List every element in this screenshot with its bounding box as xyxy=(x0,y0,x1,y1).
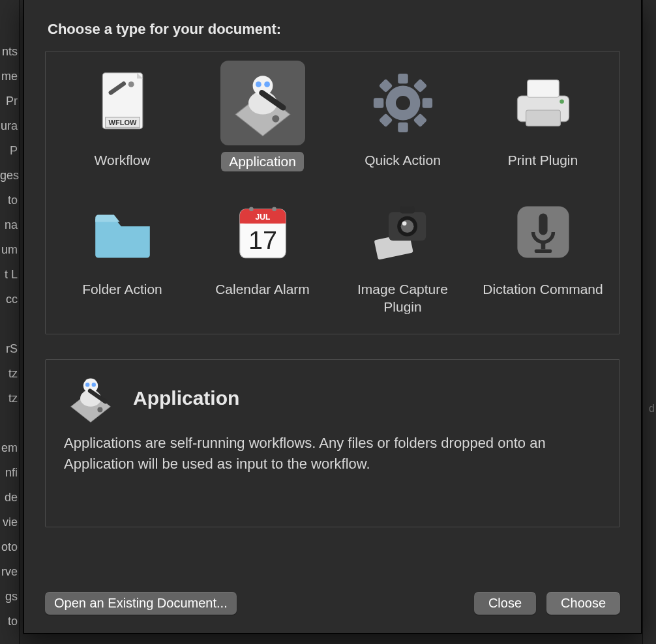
svg-point-39 xyxy=(402,222,406,226)
svg-point-50 xyxy=(97,407,102,412)
svg-rect-20 xyxy=(398,74,408,83)
document-types-grid: WFLOW Workflow Application Quick Action … xyxy=(45,51,620,334)
automator-icon xyxy=(220,61,305,145)
calendar-icon: JUL 17 xyxy=(220,190,305,274)
svg-text:JUL: JUL xyxy=(255,213,270,222)
svg-rect-18 xyxy=(373,98,383,108)
svg-point-22 xyxy=(396,96,410,110)
svg-rect-17 xyxy=(378,113,393,128)
svg-rect-14 xyxy=(422,98,432,108)
choose-button[interactable]: Choose xyxy=(546,592,620,615)
document-type-label: Application xyxy=(221,152,304,171)
background-right-fragment: d xyxy=(642,0,656,644)
svg-rect-42 xyxy=(541,241,545,249)
svg-point-38 xyxy=(400,220,413,233)
svg-point-10 xyxy=(264,81,270,87)
svg-text:17: 17 xyxy=(248,226,276,255)
background-sidebar-text: to xyxy=(0,609,19,634)
background-sidebar-text: rve xyxy=(0,559,19,584)
svg-rect-19 xyxy=(378,79,393,93)
background-sidebar-text: P xyxy=(0,138,19,163)
document-type-label: Workflow xyxy=(95,152,151,169)
background-sidebar-text: me xyxy=(0,64,19,89)
document-type-label: Calendar Alarm xyxy=(215,281,310,298)
new-document-dialog: Choose a type for your document: WFLOW W… xyxy=(23,0,642,634)
background-sidebar-text: vie xyxy=(0,510,19,534)
svg-point-9 xyxy=(256,81,261,87)
dialog-prompt: Choose a type for your document: xyxy=(48,21,620,38)
selected-type-description-box: Application Applications are self-runnin… xyxy=(45,359,620,527)
background-sidebar-text: to xyxy=(0,188,19,212)
selected-type-title: Application xyxy=(133,387,239,409)
background-sidebar-text: de xyxy=(0,485,19,510)
background-sidebar-fragment: ntsmePruraPgestonaumt LccrStztzemnfidevi… xyxy=(0,0,20,644)
document-type-label: Image Capture Plugin xyxy=(338,281,468,315)
background-sidebar-text: t L xyxy=(0,262,19,287)
svg-rect-36 xyxy=(400,207,414,214)
svg-rect-25 xyxy=(526,110,560,126)
background-sidebar-text: ges xyxy=(0,163,19,188)
document-type-workflow[interactable]: WFLOW Workflow xyxy=(52,61,192,171)
close-button[interactable]: Close xyxy=(474,592,536,615)
document-type-label: Quick Action xyxy=(365,152,441,169)
background-sidebar-text: tz xyxy=(0,361,19,386)
document-type-application[interactable]: Application xyxy=(192,61,333,171)
background-sidebar-text xyxy=(0,312,19,336)
svg-point-12 xyxy=(272,115,279,123)
background-sidebar-text: nfi xyxy=(0,460,19,485)
selected-type-icon xyxy=(61,375,120,421)
background-sidebar-text: cc xyxy=(0,287,19,312)
svg-rect-43 xyxy=(534,250,551,254)
document-type-image-capture[interactable]: Image Capture Plugin xyxy=(333,190,473,315)
svg-point-33 xyxy=(272,207,276,212)
background-sidebar-text: na xyxy=(0,212,19,237)
document-type-folder-action[interactable]: Folder Action xyxy=(52,190,192,315)
background-sidebar-text: rS xyxy=(0,336,19,361)
background-right-text: d xyxy=(649,403,655,415)
background-sidebar-text: ura xyxy=(0,113,19,138)
svg-point-32 xyxy=(249,207,254,212)
document-type-label: Dictation Command xyxy=(483,281,603,298)
document-type-label: Folder Action xyxy=(82,281,162,298)
dialog-button-row: Open an Existing Document... Close Choos… xyxy=(45,592,620,615)
gear-icon xyxy=(361,61,445,145)
svg-text:WFLOW: WFLOW xyxy=(108,119,136,126)
svg-rect-24 xyxy=(527,80,558,97)
printer-icon xyxy=(501,61,586,145)
document-type-dictation[interactable]: Dictation Command xyxy=(473,190,613,315)
svg-rect-21 xyxy=(413,79,427,93)
svg-rect-16 xyxy=(398,123,408,132)
document-type-quick-action[interactable]: Quick Action xyxy=(333,61,473,171)
background-sidebar-text: nts xyxy=(0,39,19,64)
microphone-icon xyxy=(501,190,586,274)
svg-point-48 xyxy=(92,383,96,387)
selected-type-description: Applications are self-running workflows.… xyxy=(64,433,601,475)
background-sidebar-text: um xyxy=(0,237,19,262)
background-sidebar-text: oto xyxy=(0,534,19,559)
folder-icon xyxy=(80,190,165,274)
background-sidebar-text: gs xyxy=(0,584,19,609)
open-existing-document-button[interactable]: Open an Existing Document... xyxy=(45,592,237,615)
svg-point-47 xyxy=(85,383,89,387)
background-sidebar-text: tz xyxy=(0,386,19,411)
svg-rect-15 xyxy=(413,113,427,128)
document-type-calendar-alarm[interactable]: JUL 17 Calendar Alarm xyxy=(192,190,333,315)
background-sidebar-text xyxy=(0,411,19,435)
svg-point-3 xyxy=(128,81,134,87)
svg-rect-41 xyxy=(539,214,547,235)
document-type-label: Print Plugin xyxy=(508,152,578,169)
document-type-print-plugin[interactable]: Print Plugin xyxy=(473,61,613,171)
svg-point-26 xyxy=(559,100,564,104)
background-sidebar-text: em xyxy=(0,435,19,460)
background-sidebar-text: Pr xyxy=(0,89,19,113)
workflow-icon: WFLOW xyxy=(80,61,165,145)
camera-icon xyxy=(361,190,445,274)
